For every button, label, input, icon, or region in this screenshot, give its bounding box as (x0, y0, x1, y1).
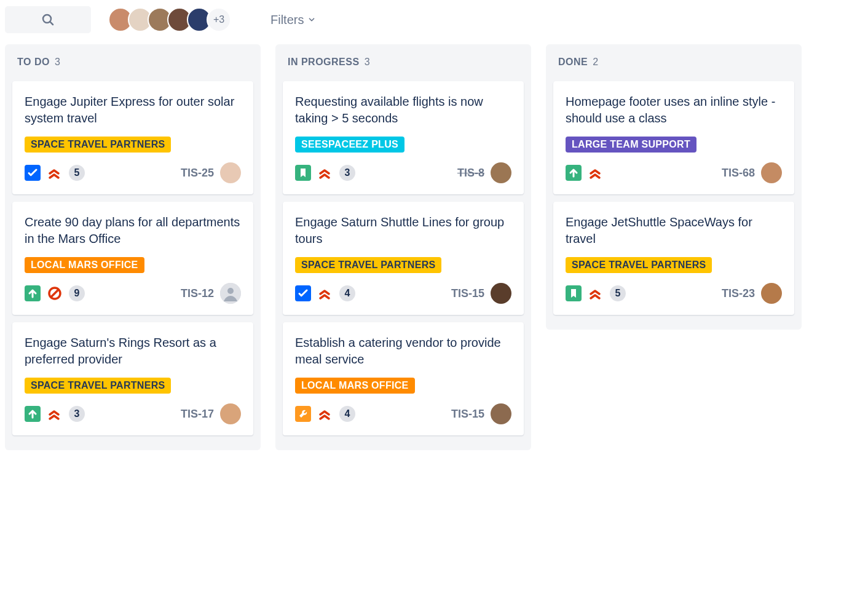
filters-button[interactable]: Filters (267, 12, 320, 28)
assignee-avatar[interactable] (491, 403, 511, 424)
card-footer: 3TIS-17 (25, 403, 241, 424)
epic-badge[interactable]: SEESPACEEZ PLUS (295, 137, 404, 153)
issue-key[interactable]: TIS-25 (181, 167, 214, 180)
column-count: 2 (593, 57, 598, 68)
column-header: IN PROGRESS3 (288, 57, 519, 68)
member-avatar-stack[interactable]: +3 (108, 7, 231, 32)
issue-type-icon (566, 285, 582, 301)
epic-badge[interactable]: LOCAL MARS OFFICE (295, 378, 415, 394)
issue-key[interactable]: TIS-8 (457, 167, 484, 180)
card-footer: TIS-68 (566, 162, 782, 183)
issue-card[interactable]: Engage Jupiter Express for outer solar s… (12, 81, 253, 194)
issue-type-icon (566, 165, 582, 181)
issue-card[interactable]: Homepage footer uses an inline style - s… (553, 81, 794, 194)
priority-icon (317, 406, 333, 422)
issue-key[interactable]: TIS-17 (181, 408, 214, 421)
story-points: 3 (339, 165, 355, 181)
column-title: TO DO (17, 57, 50, 68)
issue-key[interactable]: TIS-23 (722, 287, 755, 300)
issue-type-icon (25, 406, 41, 422)
epic-badge[interactable]: SPACE TRAVEL PARTNERS (25, 137, 171, 153)
board-column: TO DO3Engage Jupiter Express for outer s… (5, 44, 261, 450)
board-toolbar: +3 Filters (5, 6, 863, 33)
story-points: 5 (69, 165, 85, 181)
assignee-avatar[interactable] (761, 283, 782, 304)
column-title: DONE (558, 57, 588, 68)
issue-key[interactable]: TIS-15 (451, 408, 484, 421)
assignee-avatar[interactable] (220, 403, 241, 424)
issue-type-icon (295, 165, 311, 181)
epic-badge[interactable]: LOCAL MARS OFFICE (25, 257, 144, 273)
board-column: IN PROGRESS3Requesting available flights… (275, 44, 531, 450)
chevron-down-icon (307, 15, 316, 24)
story-points: 4 (339, 285, 355, 301)
issue-type-icon (25, 165, 41, 181)
card-title: Create 90 day plans for all departments … (25, 214, 241, 247)
card-footer: 9TIS-12 (25, 283, 241, 304)
filters-label: Filters (270, 13, 304, 27)
avatar-overflow-count[interactable]: +3 (207, 7, 231, 32)
assignee-avatar[interactable] (761, 162, 782, 183)
issue-key[interactable]: TIS-68 (722, 167, 755, 180)
assignee-avatar[interactable] (220, 162, 241, 183)
issue-card[interactable]: Engage Saturn's Rings Resort as a prefer… (12, 322, 253, 435)
card-title: Engage JetShuttle SpaceWays for travel (566, 214, 782, 247)
card-title: Engage Jupiter Express for outer solar s… (25, 93, 241, 127)
card-footer: 5TIS-23 (566, 283, 782, 304)
story-points: 9 (69, 285, 85, 301)
column-header: TO DO3 (17, 57, 248, 68)
epic-badge[interactable]: SPACE TRAVEL PARTNERS (295, 257, 441, 273)
issue-card[interactable]: Engage JetShuttle SpaceWays for travelSP… (553, 202, 794, 315)
issue-card[interactable]: Requesting available flights is now taki… (283, 81, 524, 194)
issue-type-icon (25, 285, 41, 301)
column-title: IN PROGRESS (288, 57, 360, 68)
issue-card[interactable]: Engage Saturn Shuttle Lines for group to… (283, 202, 524, 315)
issue-card[interactable]: Establish a catering vendor to provide m… (283, 322, 524, 435)
card-title: Engage Saturn's Rings Resort as a prefer… (25, 335, 241, 368)
column-count: 3 (55, 57, 60, 68)
column-count: 3 (365, 57, 370, 68)
epic-badge[interactable]: LARGE TEAM SUPPORT (566, 137, 696, 153)
board-column: DONE2Homepage footer uses an inline styl… (546, 44, 802, 330)
priority-icon (588, 285, 604, 301)
story-points: 5 (610, 285, 626, 301)
card-title: Establish a catering vendor to provide m… (295, 335, 511, 368)
priority-icon (47, 285, 63, 301)
priority-icon (588, 165, 604, 181)
svg-line-1 (50, 22, 53, 25)
card-footer: 3TIS-8 (295, 162, 511, 183)
unassigned-avatar[interactable] (220, 283, 241, 304)
card-footer: 4TIS-15 (295, 283, 511, 304)
issue-type-icon (295, 285, 311, 301)
search-input[interactable] (5, 6, 91, 33)
priority-icon (47, 406, 63, 422)
priority-icon (317, 165, 333, 181)
epic-badge[interactable]: SPACE TRAVEL PARTNERS (566, 257, 712, 273)
assignee-avatar[interactable] (491, 162, 511, 183)
card-title: Engage Saturn Shuttle Lines for group to… (295, 214, 511, 247)
card-footer: 5TIS-25 (25, 162, 241, 183)
kanban-board: TO DO3Engage Jupiter Express for outer s… (5, 44, 863, 450)
card-title: Requesting available flights is now taki… (295, 93, 511, 127)
card-title: Homepage footer uses an inline style - s… (566, 93, 782, 127)
search-icon (41, 12, 55, 27)
epic-badge[interactable]: SPACE TRAVEL PARTNERS (25, 378, 171, 394)
priority-icon (317, 285, 333, 301)
assignee-avatar[interactable] (491, 283, 511, 304)
issue-key[interactable]: TIS-12 (181, 287, 214, 300)
story-points: 4 (339, 406, 355, 422)
issue-card[interactable]: Create 90 day plans for all departments … (12, 202, 253, 315)
card-footer: 4TIS-15 (295, 403, 511, 424)
story-points: 3 (69, 406, 85, 422)
priority-icon (47, 165, 63, 181)
issue-type-icon (295, 406, 311, 422)
issue-key[interactable]: TIS-15 (451, 287, 484, 300)
column-header: DONE2 (558, 57, 789, 68)
